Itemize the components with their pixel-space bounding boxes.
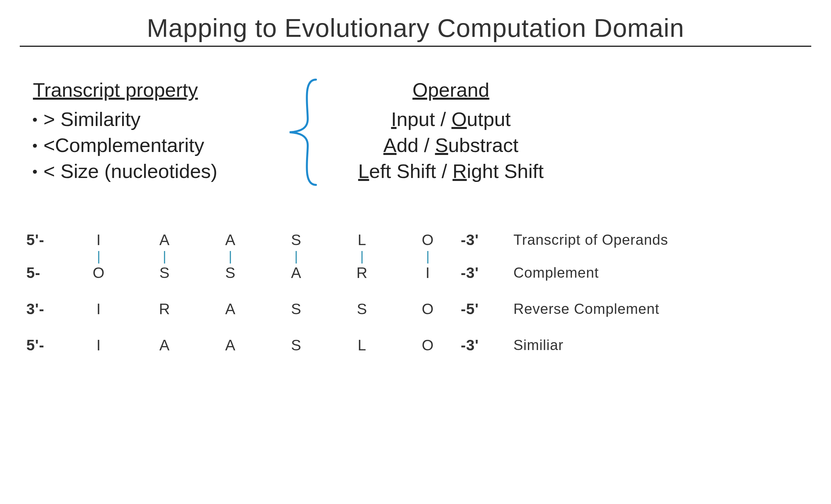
seq-row-complement: 5- O S S A R I -3' Complement (26, 264, 805, 281)
seq-label: Complement (500, 265, 805, 281)
seq-row-reverse-complement: 3'- I R A S S O -5' Reverse Complement (26, 300, 805, 318)
bullet-icon (33, 170, 37, 174)
seq-label: Reverse Complement (500, 301, 805, 317)
bullet-similarity: > Similarity (33, 108, 270, 130)
operand-addsub: Add / Substract (336, 134, 566, 157)
seq-row-similar: 5'- I A A S L O -3' Similiar (26, 336, 805, 354)
seq-cell: A (198, 231, 263, 249)
bullet-size: < Size (nucleotides) (33, 160, 270, 183)
seq-cell: S (198, 264, 263, 281)
pair-icon: | (263, 253, 329, 260)
pair-icon: | (198, 253, 263, 260)
bullet-text: < Size (nucleotides) (44, 160, 218, 182)
bullet-icon (33, 144, 37, 148)
transcript-property-heading: Transcript property (33, 79, 270, 101)
seq-cell: I (66, 231, 132, 249)
seq-label: Transcript of Operands (500, 232, 805, 248)
seq-cell: A (132, 231, 198, 249)
seq-cell: I (395, 264, 461, 281)
seq-cell: A (263, 264, 329, 281)
slide-title: Mapping to Evolutionary Computation Doma… (20, 13, 811, 47)
seq-cell: A (198, 336, 263, 354)
seq-3prime: -3' (461, 336, 500, 354)
seq-cell: S (263, 231, 329, 249)
seq-cell: O (395, 231, 461, 249)
seq-cell: S (132, 264, 198, 281)
seq-cell: R (132, 300, 198, 318)
bullet-text: > Similarity (44, 108, 141, 130)
sequence-table: 5'- I A A S L O -3' Transcript of Operan… (20, 231, 811, 354)
seq-cell: L (329, 231, 395, 249)
pair-icon: | (66, 253, 132, 260)
seq-cell: I (66, 336, 132, 354)
transcript-property-column: Transcript property > Similarity <Comple… (33, 79, 270, 186)
seq-cell: L (329, 336, 395, 354)
pair-icon: | (329, 253, 395, 260)
seq-5prime: 5'- (26, 231, 66, 249)
seq-5prime: 5- (26, 264, 66, 281)
seq-3prime: -3' (461, 231, 500, 249)
seq-cell: A (198, 300, 263, 318)
operand-column: Operand Input / Output Add / Substract L… (336, 79, 566, 186)
mapping-section: Transcript property > Similarity <Comple… (20, 73, 811, 191)
operand-io: Input / Output (336, 108, 566, 130)
operand-shift: Left Shift / Right Shift (336, 160, 566, 183)
seq-cell: R (329, 264, 395, 281)
brace-icon (277, 73, 329, 191)
operand-heading: Operand (336, 79, 566, 101)
seq-cell: O (66, 264, 132, 281)
seq-cell: I (66, 300, 132, 318)
pair-icon: | (132, 253, 198, 260)
seq-cell: O (395, 336, 461, 354)
seq-3prime: 3'- (26, 300, 66, 318)
seq-label: Similiar (500, 337, 805, 353)
seq-cell: S (263, 336, 329, 354)
seq-cell: O (395, 300, 461, 318)
seq-cell: S (263, 300, 329, 318)
bullet-text: <Complementarity (44, 134, 204, 156)
seq-5prime: -5' (461, 300, 500, 318)
seq-5prime: 5'- (26, 336, 66, 354)
seq-cell: S (329, 300, 395, 318)
brace-connector (270, 73, 336, 191)
seq-cell: A (132, 336, 198, 354)
pair-icon: | (395, 253, 461, 260)
pair-row: | | | | | | (26, 251, 805, 261)
seq-3prime: -3' (461, 264, 500, 281)
bullet-complementarity: <Complementarity (33, 134, 270, 157)
bullet-icon (33, 118, 37, 122)
seq-row-transcript: 5'- I A A S L O -3' Transcript of Operan… (26, 231, 805, 249)
